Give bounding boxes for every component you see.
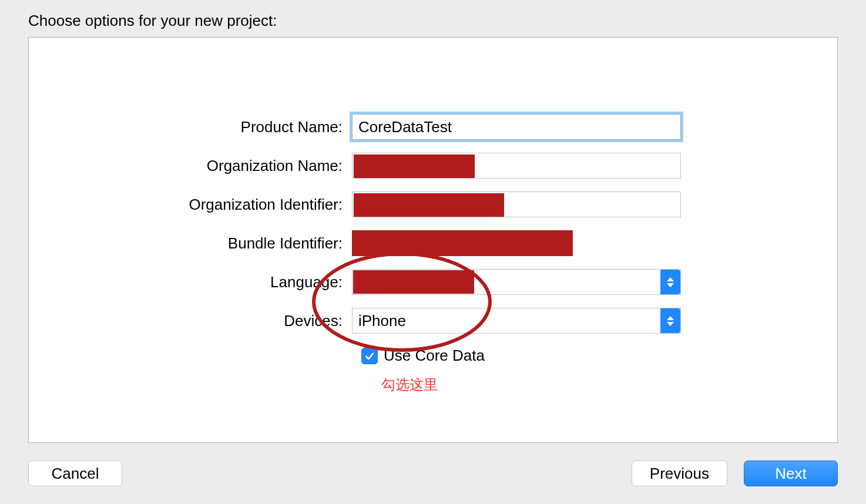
language-label: Language:: [52, 273, 352, 291]
redacted-content: [353, 270, 474, 294]
bundle-identifier-value: [352, 230, 681, 256]
product-name-label: Product Name:: [52, 118, 352, 136]
form-container: Product Name: Organization Name: Organiz…: [28, 37, 838, 443]
devices-label: Devices:: [52, 312, 352, 330]
bundle-identifier-label: Bundle Identifier:: [52, 234, 352, 253]
cancel-button[interactable]: Cancel: [28, 461, 122, 486]
annotation-hint-text: 勾选这里: [381, 375, 814, 394]
language-row: Language:: [52, 269, 814, 295]
product-name-row: Product Name:: [52, 114, 814, 140]
product-name-input[interactable]: [352, 114, 681, 140]
checkmark-icon: [364, 350, 375, 362]
dialog-title: Choose options for your new project:: [28, 12, 838, 30]
organization-name-row: Organization Name:: [52, 153, 814, 179]
organization-identifier-row: Organization Identifier:: [52, 191, 814, 217]
updown-arrows-icon: [660, 308, 680, 333]
button-bar: Cancel Previous Next: [28, 461, 838, 486]
svg-point-0: [314, 254, 490, 350]
organization-identifier-label: Organization Identifier:: [52, 196, 352, 214]
use-core-data-label: Use Core Data: [384, 347, 485, 365]
devices-value: iPhone: [358, 312, 406, 330]
use-core-data-checkbox[interactable]: [361, 348, 378, 364]
annotation-circle-icon: [308, 246, 496, 358]
organization-identifier-input[interactable]: [352, 191, 681, 217]
redacted-content: [354, 154, 475, 178]
updown-arrows-icon: [660, 270, 680, 294]
devices-row: Devices: iPhone: [52, 308, 814, 334]
next-button[interactable]: Next: [744, 461, 838, 486]
language-select[interactable]: [352, 269, 681, 295]
button-group-right: Previous Next: [632, 461, 838, 486]
new-project-options-dialog: Choose options for your new project: Pro…: [0, 0, 866, 504]
organization-name-input[interactable]: [352, 153, 681, 179]
devices-select[interactable]: iPhone: [352, 308, 681, 334]
bundle-identifier-row: Bundle Identifier:: [52, 230, 814, 256]
organization-name-label: Organization Name:: [52, 157, 352, 175]
redacted-content: [354, 193, 504, 217]
use-core-data-row: Use Core Data: [361, 347, 814, 365]
redacted-content: [352, 230, 573, 256]
previous-button[interactable]: Previous: [632, 461, 727, 486]
